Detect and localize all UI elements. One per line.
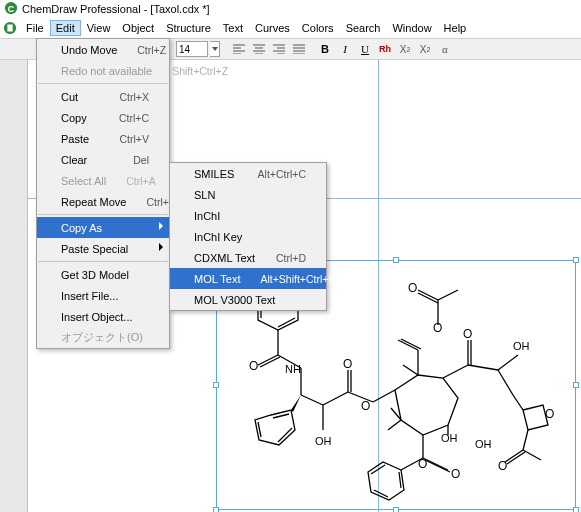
menu-curves[interactable]: Curves — [249, 20, 296, 36]
svg-line-86 — [388, 420, 401, 430]
menuitem-undo[interactable]: Undo MoveCtrl+Z — [37, 39, 169, 60]
svg-line-63 — [523, 450, 541, 460]
menu-view[interactable]: View — [81, 20, 117, 36]
app-icon: C — [4, 1, 18, 17]
align-left-icon[interactable] — [230, 40, 248, 58]
menuitem-moltext[interactable]: MOL TextAlt+Shift+Ctrl+O — [170, 268, 326, 289]
svg-line-61 — [513, 395, 523, 410]
menuitem-inchi[interactable]: InChI — [170, 205, 326, 226]
svg-text:O: O — [361, 399, 370, 413]
svg-line-37 — [301, 395, 323, 405]
align-center-icon[interactable] — [250, 40, 268, 58]
svg-text:O: O — [408, 281, 417, 295]
svg-line-56 — [498, 355, 518, 370]
menuitem-mol3000[interactable]: MOL V3000 Text — [170, 289, 326, 310]
align-justify-icon[interactable] — [290, 40, 308, 58]
svg-text:O: O — [463, 327, 472, 341]
resize-handle[interactable] — [573, 507, 579, 512]
svg-line-83 — [371, 465, 385, 474]
superscript-button[interactable]: X2 — [416, 40, 434, 58]
menu-help[interactable]: Help — [438, 20, 473, 36]
menuitem-inchikey[interactable]: InChI Key — [170, 226, 326, 247]
symbol-button[interactable]: α — [436, 40, 454, 58]
resize-handle[interactable] — [213, 382, 219, 388]
menuitem-insertobject[interactable]: Insert Object... — [37, 306, 169, 327]
svg-text:O: O — [498, 459, 507, 473]
menu-edit[interactable]: Edit — [50, 20, 81, 36]
svg-line-46 — [373, 390, 395, 402]
fontsize-field[interactable]: 14 — [176, 41, 208, 57]
svg-text:O: O — [433, 321, 442, 335]
menuitem-selectall: Select AllCtrl+A — [37, 170, 169, 191]
svg-marker-82 — [368, 462, 404, 500]
italic-button[interactable]: I — [336, 40, 354, 58]
menuitem-smiles[interactable]: SMILESAlt+Ctrl+C — [170, 163, 326, 184]
menu-file[interactable]: File — [20, 20, 50, 36]
resize-handle[interactable] — [213, 507, 219, 512]
menuitem-repeat[interactable]: Repeat MoveCtrl+Y — [37, 191, 169, 212]
svg-text:O: O — [545, 407, 554, 421]
formula-button[interactable]: Rh — [376, 40, 394, 58]
edit-menu: Undo MoveCtrl+Z Redo not availableShift+… — [36, 38, 170, 349]
submenu-arrow-icon — [159, 222, 163, 230]
menuitem-cut[interactable]: CutCtrl+X — [37, 86, 169, 107]
resize-handle[interactable] — [573, 257, 579, 263]
svg-line-40 — [323, 392, 348, 405]
menuitem-copyas[interactable]: Copy As — [37, 217, 169, 238]
svg-line-88 — [403, 365, 418, 375]
svg-text:OH: OH — [315, 435, 332, 447]
svg-line-49 — [398, 340, 418, 350]
menu-text[interactable]: Text — [217, 20, 249, 36]
svg-text:OH: OH — [513, 340, 530, 352]
menuitem-redo: Redo not availableShift+Ctrl+Z — [37, 60, 169, 81]
svg-marker-33 — [255, 410, 295, 445]
underline-button[interactable]: U — [356, 40, 374, 58]
svg-line-58 — [498, 370, 513, 395]
svg-line-85 — [399, 472, 401, 488]
menubar: File Edit View Object Structure Text Cur… — [0, 18, 581, 38]
menuitem-clear[interactable]: ClearDel — [37, 149, 169, 170]
menuitem-sln[interactable]: SLN — [170, 184, 326, 205]
menuitem-get3d[interactable]: Get 3D Model — [37, 264, 169, 285]
subscript-button[interactable]: X2 — [396, 40, 414, 58]
titlebar: C ChemDraw Professional - [Taxol.cdx *] — [0, 0, 581, 18]
svg-text:NH: NH — [285, 363, 301, 375]
ruler-left — [0, 60, 28, 512]
menu-structure[interactable]: Structure — [160, 20, 217, 36]
bold-button[interactable]: B — [316, 40, 334, 58]
submenu-arrow-icon — [159, 243, 163, 251]
menuitem-cdxml[interactable]: CDXML TextCtrl+D — [170, 247, 326, 268]
copyas-submenu: SMILESAlt+Ctrl+C SLN InChI InChI Key CDX… — [169, 162, 327, 311]
doc-icon — [2, 20, 18, 36]
menuitem-copy[interactable]: CopyCtrl+C — [37, 107, 169, 128]
align-right-icon[interactable] — [270, 40, 288, 58]
svg-text:OH: OH — [441, 432, 458, 444]
svg-line-34 — [273, 414, 289, 418]
svg-line-79 — [425, 460, 450, 472]
svg-text:O: O — [249, 359, 258, 373]
menu-object[interactable]: Object — [116, 20, 160, 36]
menu-colors[interactable]: Colors — [296, 20, 340, 36]
svg-text:O: O — [343, 357, 352, 371]
resize-handle[interactable] — [393, 257, 399, 263]
svg-text:O: O — [451, 467, 460, 481]
menuitem-objekt: オブジェクト(O) — [37, 327, 169, 348]
menu-window[interactable]: Window — [386, 20, 437, 36]
svg-line-65 — [507, 452, 525, 464]
menu-search[interactable]: Search — [340, 20, 387, 36]
menuitem-insertfile[interactable]: Insert File... — [37, 285, 169, 306]
svg-rect-3 — [7, 25, 12, 32]
menuitem-pastespecial[interactable]: Paste Special — [37, 238, 169, 259]
window-title: ChemDraw Professional - [Taxol.cdx *] — [22, 3, 210, 15]
menuitem-paste[interactable]: PasteCtrl+V — [37, 128, 169, 149]
svg-line-50 — [401, 339, 421, 349]
svg-text:C: C — [8, 4, 15, 14]
svg-line-55 — [468, 365, 498, 370]
fontsize-dropdown[interactable] — [210, 41, 220, 57]
svg-marker-32 — [291, 395, 301, 412]
svg-line-64 — [505, 450, 523, 462]
resize-handle[interactable] — [573, 382, 579, 388]
svg-line-62 — [523, 430, 528, 450]
svg-marker-4 — [212, 47, 218, 51]
svg-line-69 — [438, 290, 458, 300]
